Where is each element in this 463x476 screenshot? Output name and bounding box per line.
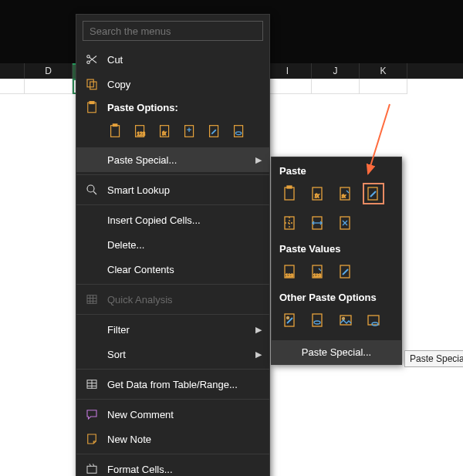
- note-icon: [84, 431, 100, 447]
- svg-rect-19: [87, 466, 96, 473]
- svg-point-38: [314, 321, 320, 324]
- separator: [76, 284, 269, 285]
- menu-insert-copied-cells[interactable]: Insert Copied Cells...: [76, 208, 269, 232]
- svg-rect-21: [287, 186, 292, 188]
- svg-point-15: [235, 132, 241, 135]
- paste-opt-link[interactable]: [229, 121, 249, 141]
- separator: [76, 369, 269, 370]
- svg-rect-20: [285, 187, 294, 200]
- chevron-right-icon: ▶: [255, 325, 262, 335]
- col-D[interactable]: D: [25, 63, 73, 79]
- submenu-paste-row1: fx fx: [272, 181, 401, 211]
- svg-text:fx: fx: [315, 193, 319, 198]
- sub-other-linked-picture[interactable]: [363, 309, 384, 331]
- submenu-other-header: Other Paste Options: [272, 289, 401, 308]
- paste-opt-formatting[interactable]: [204, 121, 225, 141]
- menu-format-cells[interactable]: Format Cells...: [76, 457, 269, 476]
- chevron-right-icon: ▶: [255, 349, 262, 360]
- svg-rect-6: [111, 126, 120, 137]
- svg-rect-5: [90, 102, 94, 104]
- menu-sort[interactable]: Sort ▶: [76, 342, 269, 366]
- svg-rect-7: [113, 124, 117, 127]
- paste-special-submenu: Paste fx fx Paste Values 123 123 Other P…: [271, 157, 402, 365]
- paste-options-row: 123 fx: [76, 118, 269, 147]
- menu-paste-special-label: Paste Special...: [107, 154, 248, 166]
- submenu-values-header: Paste Values: [272, 240, 401, 259]
- format-cells-icon: [84, 461, 100, 476]
- submenu-paste-special-footer[interactable]: Paste Special...: [272, 340, 401, 364]
- svg-point-42: [372, 322, 378, 326]
- sub-values-source-fmt[interactable]: [335, 261, 357, 282]
- sub-paste-keep-source-formatting[interactable]: [363, 183, 384, 204]
- svg-text:123: 123: [137, 131, 145, 137]
- sub-other-formatting[interactable]: [279, 309, 301, 331]
- menu-cut-label: Cut: [107, 54, 262, 66]
- svg-text:fx: fx: [342, 194, 346, 198]
- sub-other-picture[interactable]: [335, 309, 357, 331]
- svg-rect-17: [87, 295, 96, 304]
- menu-paste-special[interactable]: Paste Special... ▶: [76, 147, 269, 172]
- sub-paste-keep-width[interactable]: [307, 212, 329, 234]
- sub-paste-no-borders[interactable]: [279, 212, 301, 234]
- sub-paste-transpose[interactable]: [335, 212, 357, 234]
- separator: [76, 399, 269, 400]
- menu-get-data[interactable]: Get Data from Table/Range...: [76, 372, 269, 397]
- scissors-icon: [84, 52, 100, 67]
- separator: [76, 204, 269, 205]
- sub-values[interactable]: 123: [279, 261, 301, 282]
- search-icon: [84, 182, 100, 197]
- submenu-other-row: [272, 308, 401, 337]
- svg-point-16: [87, 185, 94, 192]
- sub-other-link[interactable]: [307, 309, 329, 331]
- separator: [76, 174, 269, 175]
- submenu-paste-row2: [272, 211, 401, 240]
- menu-copy-label: Copy: [107, 79, 262, 90]
- menu-copy[interactable]: Copy: [76, 72, 269, 96]
- separator: [76, 314, 269, 315]
- rowcol-corner[interactable]: [0, 63, 25, 79]
- menu-new-note[interactable]: New Note: [76, 427, 269, 451]
- comment-icon: [84, 407, 100, 422]
- sub-paste-formulas[interactable]: fx: [307, 183, 329, 204]
- paste-options-label: Paste Options:: [107, 102, 262, 113]
- svg-rect-39: [340, 316, 351, 325]
- paste-opt-transpose[interactable]: [180, 121, 200, 141]
- copy-icon: [84, 76, 100, 92]
- submenu-paste-header: Paste: [272, 162, 401, 181]
- menu-new-comment[interactable]: New Comment: [76, 402, 269, 427]
- menu-delete[interactable]: Delete...: [76, 232, 269, 257]
- context-menu: Cut Copy Paste Options: 123 fx Paste Spe…: [76, 14, 270, 476]
- chevron-right-icon: ▶: [255, 155, 262, 165]
- svg-point-1: [87, 61, 90, 63]
- clipboard-icon: [84, 100, 100, 115]
- paste-opt-paste[interactable]: [106, 121, 126, 141]
- paste-opt-values[interactable]: 123: [130, 121, 150, 141]
- svg-rect-41: [368, 316, 379, 325]
- svg-text:fx: fx: [162, 130, 167, 136]
- paste-opt-formulas[interactable]: fx: [155, 121, 175, 141]
- menu-quick-analysis: Quick Analysis: [76, 287, 269, 312]
- col-K[interactable]: K: [360, 63, 407, 79]
- svg-text:123: 123: [286, 273, 294, 278]
- svg-text:123: 123: [313, 273, 322, 278]
- svg-point-36: [287, 317, 289, 319]
- sub-values-num[interactable]: 123: [307, 261, 329, 282]
- sub-paste-formulas-num[interactable]: fx: [335, 183, 357, 204]
- svg-point-40: [343, 318, 345, 320]
- sub-paste[interactable]: [279, 183, 301, 204]
- tooltip: Paste Special (: [404, 350, 463, 367]
- menu-paste-options-header: Paste Options:: [76, 96, 269, 118]
- menu-filter[interactable]: Filter ▶: [76, 317, 269, 342]
- submenu-values-row: 123 123: [272, 259, 401, 289]
- menu-smart-lookup-label: Smart Lookup: [107, 184, 262, 196]
- separator: [76, 454, 269, 454]
- col-J[interactable]: J: [312, 63, 360, 79]
- menu-cut[interactable]: Cut: [76, 47, 269, 72]
- svg-point-0: [87, 56, 90, 58]
- menu-search-input[interactable]: [83, 21, 263, 41]
- menu-smart-lookup[interactable]: Smart Lookup: [76, 177, 269, 202]
- table-icon: [84, 376, 100, 392]
- quick-analysis-icon: [84, 292, 100, 307]
- menu-clear-contents[interactable]: Clear Contents: [76, 257, 269, 282]
- col-I[interactable]: I: [264, 63, 312, 79]
